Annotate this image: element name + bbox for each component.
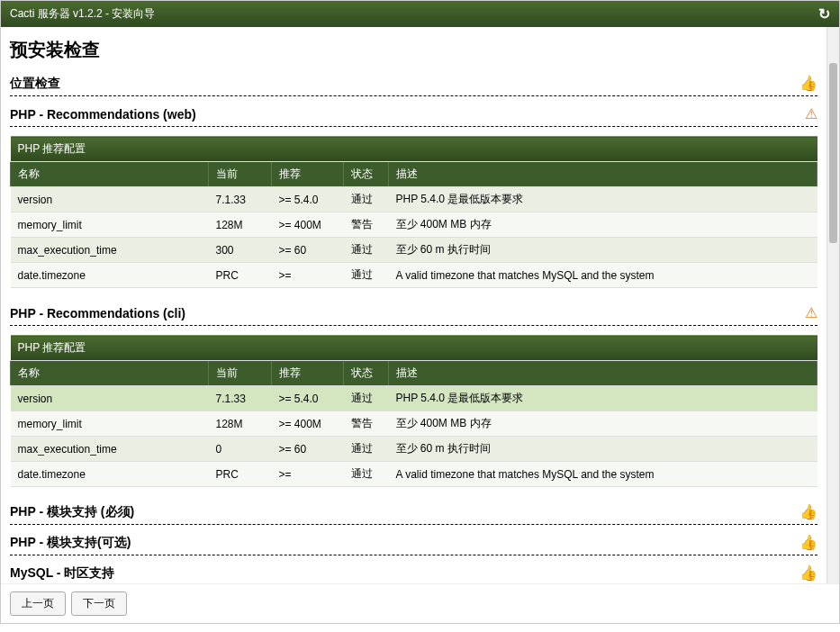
col-status: 状态 (344, 162, 389, 187)
cell-recommended: >= 5.4.0 (272, 386, 344, 411)
section-location-title: 位置检查 (10, 76, 60, 92)
cell-current: PRC (209, 462, 272, 487)
cell-status: 通过 (344, 462, 389, 487)
thumbs-up-icon: 👍 (799, 75, 817, 92)
refresh-icon[interactable]: ↻ (818, 5, 830, 23)
section-mysql-tz[interactable]: MySQL - 时区支持 👍 (10, 563, 817, 583)
cell-status: 通过 (344, 437, 389, 462)
warning-icon: ⚠ (805, 304, 817, 321)
cell-status: 通过 (344, 238, 389, 263)
scrollbar[interactable] (826, 27, 839, 583)
table-row: date.timezonePRC>=通过A valid timezone tha… (11, 263, 817, 288)
cell-recommended: >= 60 (272, 437, 344, 462)
cell-description: PHP 5.4.0 是最低版本要求 (389, 187, 817, 212)
cell-status: 警告 (344, 411, 389, 437)
cell-name: version (11, 386, 209, 411)
col-status: 状态 (344, 361, 389, 386)
section-php-cli[interactable]: PHP - Recommendations (cli) ⚠ (10, 302, 817, 326)
table-row: memory_limit128M>= 400M警告至少 400M MB 内存 (11, 212, 817, 238)
next-button[interactable]: 下一页 (71, 591, 127, 616)
table-row: memory_limit128M>= 400M警告至少 400M MB 内存 (11, 411, 817, 437)
cell-current: 300 (209, 238, 272, 263)
table-row: date.timezonePRC>=通过A valid timezone tha… (11, 462, 817, 487)
cell-status: 通过 (344, 187, 389, 212)
section-php-web-title: PHP - Recommendations (web) (10, 107, 196, 122)
section-mod-optional[interactable]: PHP - 模块支持(可选) 👍 (10, 532, 817, 555)
php-cli-table: PHP 推荐配置 名称 当前 推荐 状态 描述 version7.1.33>= … (10, 335, 817, 487)
table-row: max_execution_time0>= 60通过至少 60 m 执行时间 (11, 437, 817, 462)
cell-recommended: >= 60 (272, 238, 344, 263)
col-current: 当前 (209, 361, 272, 386)
cell-description: 至少 60 m 执行时间 (389, 437, 817, 462)
cell-name: version (11, 187, 209, 212)
cell-recommended: >= 400M (272, 212, 344, 238)
cell-description: PHP 5.4.0 是最低版本要求 (389, 386, 817, 411)
prev-button[interactable]: 上一页 (10, 591, 66, 616)
page-title: 预安装检查 (10, 38, 817, 62)
section-location[interactable]: 位置检查 👍 (10, 73, 817, 96)
cell-status: 通过 (344, 263, 389, 288)
table-caption: PHP 推荐配置 (11, 137, 817, 162)
cell-description: A valid timezone that matches MySQL and … (389, 263, 817, 288)
cell-recommended: >= 5.4.0 (272, 187, 344, 212)
install-wizard-window: Cacti 服务器 v1.2.2 - 安装向导 ↻ 预安装检查 位置检查 👍 P… (0, 0, 840, 624)
cell-name: max_execution_time (11, 437, 209, 462)
scrollbar-thumb[interactable] (829, 63, 837, 243)
cell-description: A valid timezone that matches MySQL and … (389, 462, 817, 487)
section-mod-optional-title: PHP - 模块支持(可选) (10, 535, 131, 551)
php-web-table: PHP 推荐配置 名称 当前 推荐 状态 描述 version7.1.33>= … (10, 136, 817, 288)
cell-name: date.timezone (11, 462, 209, 487)
section-php-web[interactable]: PHP - Recommendations (web) ⚠ (10, 104, 817, 127)
cell-name: max_execution_time (11, 238, 209, 263)
thumbs-up-icon: 👍 (799, 564, 817, 582)
cell-current: PRC (209, 263, 272, 288)
cell-current: 7.1.33 (209, 386, 272, 411)
section-mod-required[interactable]: PHP - 模块支持 (必须) 👍 (10, 501, 817, 525)
titlebar-text: Cacti 服务器 v1.2.2 - 安装向导 (10, 6, 155, 22)
col-description: 描述 (389, 162, 817, 187)
col-name: 名称 (11, 162, 209, 187)
cell-name: date.timezone (11, 263, 209, 288)
table-header-row: 名称 当前 推荐 状态 描述 (11, 361, 817, 386)
cell-name: memory_limit (11, 411, 209, 437)
col-current: 当前 (209, 162, 272, 187)
section-mysql-tz-title: MySQL - 时区支持 (10, 565, 114, 582)
cell-recommended: >= (272, 263, 344, 288)
col-recommended: 推荐 (272, 361, 344, 386)
cell-recommended: >= 400M (272, 411, 344, 437)
table-caption: PHP 推荐配置 (11, 336, 817, 361)
cell-current: 128M (209, 411, 272, 437)
cell-status: 警告 (344, 212, 389, 238)
table-row: version7.1.33>= 5.4.0通过PHP 5.4.0 是最低版本要求 (11, 187, 817, 212)
content-area: 预安装检查 位置检查 👍 PHP - Recommendations (web)… (1, 27, 826, 583)
table-row: max_execution_time300>= 60通过至少 60 m 执行时间 (11, 238, 817, 263)
col-description: 描述 (389, 361, 817, 386)
cell-recommended: >= (272, 462, 344, 487)
titlebar: Cacti 服务器 v1.2.2 - 安装向导 ↻ (1, 1, 839, 27)
thumbs-up-icon: 👍 (799, 534, 817, 551)
section-php-cli-title: PHP - Recommendations (cli) (10, 306, 185, 321)
cell-current: 7.1.33 (209, 187, 272, 212)
col-name: 名称 (11, 361, 209, 386)
table-header-row: 名称 当前 推荐 状态 描述 (11, 162, 817, 187)
thumbs-up-icon: 👍 (799, 503, 817, 520)
cell-current: 128M (209, 212, 272, 238)
cell-status: 通过 (344, 386, 389, 411)
warning-icon: ⚠ (805, 105, 817, 122)
section-mod-required-title: PHP - 模块支持 (必须) (10, 504, 134, 520)
cell-description: 至少 400M MB 内存 (389, 212, 817, 238)
cell-current: 0 (209, 437, 272, 462)
wizard-footer: 上一页 下一页 (1, 583, 839, 623)
cell-description: 至少 400M MB 内存 (389, 411, 817, 437)
table-row: version7.1.33>= 5.4.0通过PHP 5.4.0 是最低版本要求 (11, 386, 817, 411)
cell-name: memory_limit (11, 212, 209, 238)
cell-description: 至少 60 m 执行时间 (389, 238, 817, 263)
col-recommended: 推荐 (272, 162, 344, 187)
